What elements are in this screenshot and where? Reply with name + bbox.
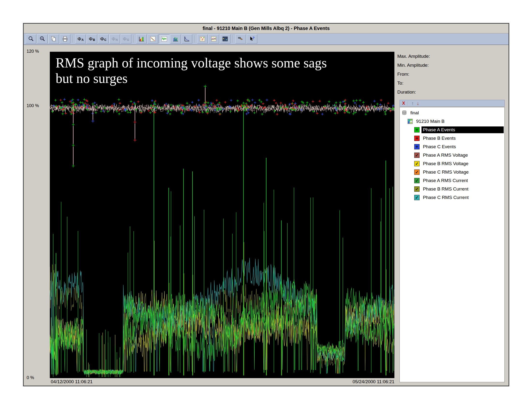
check-marker-icon [415,170,418,174]
field-label-from: From: [397,72,505,81]
phase-c-events-icon [414,144,419,149]
y-axis-label-0: 0 % [27,375,34,380]
main-toolbar: ΦA ΦB ΦC ΦN ΦG ? [24,33,509,45]
print-button[interactable] [60,34,70,44]
phase-a-rms-current-icon [414,178,419,183]
toolbar-separator [233,35,233,43]
tree-item-final[interactable]: final [400,109,504,117]
trend-chart-icon [150,36,156,42]
bar-chart-icon [138,36,145,42]
phase-g-button: ΦG [121,34,131,44]
tree-item-label: Phase A RMS Current [421,177,469,184]
phase-a-rms-voltage-icon [414,153,419,158]
chart-annotation-line-2: but no surges [56,71,327,86]
tree-item-phase-b-rms-current[interactable]: Phase B RMS Current [400,185,504,193]
phase-c-button[interactable]: ΦC [98,34,109,44]
phase-c-rms-voltage-icon [414,169,419,175]
check-marker-icon [415,195,418,200]
phase-b-button[interactable]: ΦB [86,34,97,44]
waveform-chart-icon [161,36,167,42]
zoom-out-button[interactable] [37,34,48,44]
tree-item-label: 91210 Main B [415,118,446,125]
phase-c-rms-current-icon [414,195,419,200]
plus-marker-icon [416,136,418,141]
move-up-button[interactable] [411,101,414,106]
check-marker-icon [415,153,418,157]
field-label-max-amplitude: Max. Amplitude: [397,54,505,63]
panel-toolbar-separator [408,101,408,105]
tree-item-label: Phase C RMS Voltage [421,169,470,176]
context-help-button[interactable]: ? [247,34,257,44]
harmonics-grid-icon [222,36,228,42]
copy-button[interactable] [48,34,59,44]
tree-item-label: Phase C RMS Current [421,194,470,201]
content-area: 120 % 100 % 0 % RMS graph of incoming vo… [24,45,509,386]
chart-annotation: RMS graph of incoming voltage shows some… [56,55,327,86]
decay-chart-button[interactable] [182,34,192,44]
tree-item-phase-c-events[interactable]: Phase C Events [400,142,504,151]
tree-item-phase-c-rms-current[interactable]: Phase C RMS Current [400,193,504,202]
print-icon [62,36,68,42]
tree-item-label: final [409,110,420,116]
tree-item-phase-a-events[interactable]: Phase A Events [400,125,504,134]
svg-text:?: ? [252,36,255,40]
tree-item-label: Phase A Events [421,126,504,133]
zoom-out-icon [39,36,46,42]
event-plot-button[interactable] [197,34,208,44]
event-overlay-icon [211,36,217,42]
tree-item-phase-a-rms-voltage[interactable]: Phase A RMS Voltage [400,151,504,159]
phase-n-button: ΦN [109,34,120,44]
title-bar[interactable]: final - 91210 Main B (Gen Mills Albq 2) … [24,24,509,33]
phase-b-events-icon [414,136,419,141]
move-down-button[interactable] [417,101,419,106]
tree-item-phase-b-rms-voltage[interactable]: Phase B RMS Voltage [400,159,504,168]
database-icon [402,110,407,116]
tree-item-label: Phase A RMS Voltage [421,152,469,159]
x-axis-start-timestamp: 04/12/2000 11:06:21 [51,379,93,384]
event-plot-icon [199,36,206,42]
toolbar-separator [133,35,134,43]
zoom-in-button[interactable] [26,34,36,44]
chart-canvas[interactable] [50,52,394,378]
panel-toolbar [399,100,505,107]
tree-item-phase-a-rms-current[interactable]: Phase A RMS Current [400,176,504,185]
decay-chart-icon [184,36,190,42]
phase-b-rms-voltage-icon [414,161,419,166]
tree-item-label: Phase B Events [421,135,457,142]
x-axis-end-timestamp: 05/24/2000 11:06:21 [352,379,394,384]
bar-chart-button[interactable] [136,34,147,44]
delete-button[interactable] [402,101,405,105]
histogram-button[interactable] [170,34,181,44]
hammer-icon [238,36,244,42]
waveform-chart-button[interactable] [159,34,170,44]
window-title: final - 91210 Main B (Gen Mills Albq 2) … [203,26,330,31]
chart-plot-area[interactable]: RMS graph of incoming voltage shows some… [50,52,394,378]
plus-marker-icon [416,144,418,149]
field-label-duration: Duration: [397,89,505,98]
field-label-to: To: [397,81,505,89]
histogram-icon [172,36,179,42]
zoom-in-icon [28,36,34,42]
chart-annotation-line-1: RMS graph of incoming voltage shows some… [56,55,327,71]
tree-item-label: Phase B RMS Voltage [421,160,470,167]
copy-icon [50,36,57,42]
harmonics-grid-button[interactable] [220,34,230,44]
toolbar-separator [73,35,73,43]
context-help-icon: ? [249,36,255,42]
event-overlay-button[interactable] [209,34,219,44]
check-marker-icon [415,187,418,191]
check-marker-icon [415,161,418,166]
phase-b-rms-current-icon [414,187,419,192]
y-axis-label-100: 100 % [27,103,39,108]
tree-item-91210-main-b[interactable]: 91210 Main B [400,117,504,125]
phase-a-events-icon [414,127,419,132]
site-icon [408,119,413,124]
tree-item-phase-b-events[interactable]: Phase B Events [400,134,504,142]
phase-a-button[interactable]: ΦA [75,34,86,44]
tools-button[interactable] [235,34,246,44]
toolbar-separator [194,35,195,43]
y-axis-label-120: 120 % [27,49,39,54]
tree-item-phase-c-rms-voltage[interactable]: Phase C RMS Voltage [400,168,504,176]
tree-item-label: Phase B RMS Current [421,186,470,192]
trend-chart-button[interactable] [148,34,158,44]
